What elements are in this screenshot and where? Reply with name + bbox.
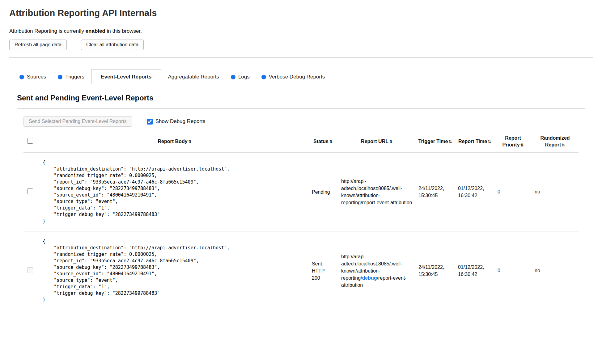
toolbar: Refresh all page data Clear all attribut… (9, 40, 593, 50)
row-select-checkbox[interactable] (27, 267, 33, 273)
table-empty-space (23, 310, 579, 364)
tab-label: Event-Level Reports (101, 74, 151, 80)
report-body-json: { "attribution_destination": "http://ara… (43, 159, 305, 224)
reports-panel: Send Selected Pending Event-Level Report… (17, 108, 585, 364)
row-select-checkbox[interactable] (27, 188, 33, 194)
tab-verbose-debug-reports[interactable]: Verbose Debug Reports (256, 70, 330, 84)
report-url-cell: http://arapi-adtech.localhost:8085/.well… (338, 231, 415, 310)
report-url-cell: http://arapi-adtech.localhost:8085/.well… (338, 153, 415, 231)
column-header-label: Randomized Report (540, 135, 570, 147)
tab-label: Sources (27, 74, 46, 80)
row-select-cell (23, 153, 41, 231)
sort-icon: ⇅ (488, 139, 491, 144)
report-url-text: http://arapi-adtech.localhost:8085/.well… (341, 179, 412, 205)
column-header-status[interactable]: Status⇅ (308, 131, 338, 153)
report-priority-cell: 0 (494, 153, 532, 231)
status-line: Attribution Reporting is currently enabl… (9, 28, 593, 34)
section-heading: Sent and Pending Event-Level Reports (17, 94, 585, 102)
column-header-label: Report Time (458, 139, 487, 144)
status-cell: Sent: HTTP 200 (308, 231, 338, 310)
tab-event-level-reports[interactable]: Event-Level Reports (91, 70, 161, 84)
tabstrip: Sources Triggers Event-Level Reports Agg… (9, 70, 593, 84)
tab-aggregatable-reports[interactable]: Aggregatable Reports (163, 70, 224, 84)
report-priority-cell: 0 (494, 231, 532, 310)
sort-icon: ⇅ (188, 139, 192, 144)
column-header-randomized-report[interactable]: Randomized Report⇅ (532, 131, 579, 153)
sort-icon: ⇅ (329, 139, 333, 144)
tab-triggers[interactable]: Triggers (53, 70, 89, 84)
tab-status-dot-icon (58, 75, 62, 79)
table-empty-space-cell (23, 310, 579, 364)
send-selected-pending-reports-button[interactable]: Send Selected Pending Event-Level Report… (23, 116, 132, 127)
tab-content: Sent and Pending Event-Level Reports Sen… (9, 94, 593, 364)
show-debug-reports-label: Show Debug Reports (155, 118, 206, 125)
refresh-all-page-data-button[interactable]: Refresh all page data (9, 40, 67, 50)
tab-label: Aggregatable Reports (168, 74, 219, 80)
show-debug-reports-checkbox[interactable] (147, 119, 153, 125)
column-header-trigger-time[interactable]: Trigger Time⇅ (415, 131, 455, 153)
tab-label: Triggers (65, 74, 84, 80)
randomized-report-cell: no (532, 231, 579, 310)
randomized-report-cell: no (532, 153, 579, 231)
column-header-label: Report Body (158, 139, 188, 144)
status-cell: Pending (308, 153, 338, 231)
column-header-label: Status (313, 139, 329, 144)
column-header-report-body[interactable]: Report Body⇅ (41, 131, 308, 153)
sort-icon: ⇅ (520, 143, 524, 147)
tab-status-dot-icon (19, 75, 24, 79)
report-time-cell: 01/12/2022, 16:30:42 (455, 153, 494, 231)
tab-status-dot-icon (231, 75, 235, 79)
column-header-report-priority[interactable]: Report Priority⇅ (494, 131, 532, 153)
debug-url-segment: debug (362, 275, 377, 281)
select-all-header-cell (23, 131, 41, 153)
column-header-report-time[interactable]: Report Time⇅ (455, 131, 494, 153)
select-all-checkbox[interactable] (27, 138, 33, 144)
clear-all-attribution-data-button[interactable]: Clear all attribution data (81, 40, 144, 50)
divider (9, 57, 593, 58)
report-body-json: { "attribution_destination": "http://ara… (43, 238, 305, 303)
tab-sources[interactable]: Sources (15, 70, 51, 84)
row-select-cell (23, 231, 41, 310)
tab-logs[interactable]: Logs (226, 70, 255, 84)
event-level-reports-table: Report Body⇅ Status⇅ Report URL⇅ Trigger… (23, 131, 579, 364)
panel-controls: Send Selected Pending Event-Level Report… (23, 116, 579, 127)
report-body-cell: { "attribution_destination": "http://ara… (41, 153, 308, 231)
sort-icon: ⇅ (389, 139, 392, 144)
sort-icon: ⇅ (562, 143, 565, 147)
tab-label: Logs (238, 74, 250, 80)
page-title: Attribution Reporting API Internals (9, 8, 593, 18)
sort-icon: ⇅ (448, 139, 452, 144)
status-suffix: in this browser. (105, 28, 142, 34)
report-row-pending: { "attribution_destination": "http://ara… (23, 153, 579, 231)
column-header-label: Report Priority (502, 135, 521, 147)
report-row-sent: { "attribution_destination": "http://ara… (23, 231, 579, 310)
attribution-internals-page: Attribution Reporting API Internals Attr… (0, 0, 602, 364)
table-header-row: Report Body⇅ Status⇅ Report URL⇅ Trigger… (23, 131, 579, 153)
report-time-cell: 01/12/2022, 16:30:42 (455, 231, 494, 310)
column-header-label: Trigger Time (418, 139, 448, 144)
column-header-label: Report URL (361, 139, 388, 144)
column-header-report-url[interactable]: Report URL⇅ (338, 131, 415, 153)
status-enabled-text: enabled (86, 28, 105, 34)
show-debug-reports-toggle[interactable]: Show Debug Reports (147, 118, 206, 125)
tab-label: Verbose Debug Reports (269, 74, 325, 80)
trigger-time-cell: 24/11/2022, 15:30:45 (415, 153, 455, 231)
status-prefix: Attribution Reporting is currently (9, 28, 86, 34)
report-body-cell: { "attribution_destination": "http://ara… (41, 231, 308, 310)
tab-status-dot-icon (261, 75, 266, 79)
trigger-time-cell: 24/11/2022, 15:30:45 (415, 231, 455, 310)
